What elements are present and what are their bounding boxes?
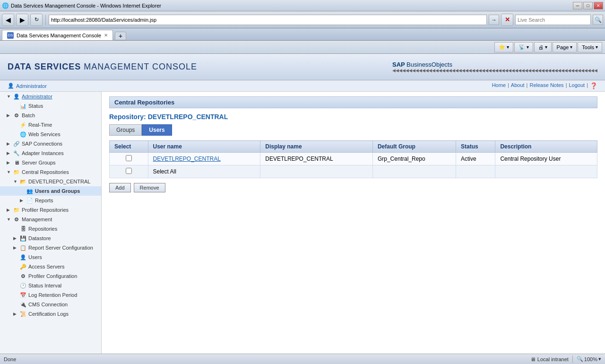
- user-name-link[interactable]: Administrator: [16, 83, 47, 89]
- feeds-button[interactable]: 📡 ▾: [514, 42, 533, 52]
- sidebar-item-batch[interactable]: ▶ ⚙ Batch: [0, 111, 101, 120]
- row-username[interactable]: DEVETLREPO_CENTRAL: [148, 153, 260, 165]
- select-all-checkbox[interactable]: [126, 168, 132, 174]
- empty4: [495, 165, 597, 178]
- sidebar-item-profiler-repositories[interactable]: ▶ 📁 Profiler Repositories: [0, 205, 101, 215]
- sidebar-item-realtime[interactable]: ⚡ Real-Time: [0, 120, 101, 130]
- sidebar-label-realtime: Real-Time: [28, 122, 52, 128]
- new-tab-button[interactable]: +: [115, 32, 126, 40]
- tab-close-icon[interactable]: ✕: [104, 33, 108, 38]
- sidebar-item-management[interactable]: ▼ ⚙ Management: [0, 215, 101, 224]
- sidebar-label-cms-connection: CMS Connection: [28, 302, 68, 307]
- row-checkbox-cell[interactable]: [110, 153, 148, 165]
- sidebar-item-adapter-instances[interactable]: ▶ 🔧 Adapter Instances: [0, 148, 101, 158]
- sidebar-item-server-groups[interactable]: ▶ 🖥 Server Groups: [0, 158, 101, 167]
- col-select: Select: [110, 141, 148, 153]
- stop-button[interactable]: ✕: [501, 14, 513, 26]
- sidebar-item-webservices[interactable]: 🌐 Web Services: [0, 130, 101, 139]
- status-zoom[interactable]: 🔍 100% ▾: [577, 356, 601, 362]
- sidebar-label-users-and-groups: Users and Groups: [35, 188, 80, 194]
- sidebar-item-certification-logs[interactable]: ▶ 📜 Certification Logs: [0, 309, 101, 319]
- sidebar-item-log-retention[interactable]: 📅 Log Retention Period: [0, 290, 101, 300]
- sidebar-item-status[interactable]: 📊 Status: [0, 101, 101, 111]
- about-link[interactable]: About: [511, 82, 525, 89]
- sidebar-item-users-mgmt[interactable]: 👤 Users: [0, 252, 101, 262]
- back-button[interactable]: ◀: [2, 14, 14, 26]
- help-icon[interactable]: ❓: [590, 82, 597, 89]
- sidebar-item-users-and-groups[interactable]: 👥 Users and Groups: [0, 186, 101, 196]
- sidebar-item-report-server-config[interactable]: ▶ 📋 Report Server Configuration: [0, 243, 101, 252]
- sidebar-label-batch: Batch: [22, 113, 35, 118]
- logout-link[interactable]: Logout: [569, 82, 585, 89]
- print-button[interactable]: 🖨 ▾: [534, 42, 552, 52]
- sidebar-item-datastore[interactable]: ▶ 💾 Datastore: [0, 234, 101, 243]
- users-mgmt-icon: 👤: [19, 253, 27, 261]
- minimize-button[interactable]: ─: [573, 2, 582, 9]
- sap-connections-icon: 🔗: [13, 140, 20, 147]
- sidebar-label-webservices: Web Services: [28, 131, 60, 137]
- select-all-label: Select All: [153, 168, 176, 175]
- certification-logs-icon: 📜: [19, 310, 27, 318]
- home-link[interactable]: Home: [492, 82, 506, 89]
- sidebar-item-cms-connection[interactable]: 🔌 CMS Connection: [0, 300, 101, 309]
- sep4: |: [587, 82, 588, 89]
- sidebar-item-sap-connections[interactable]: ▶ 🔗 SAP Connections: [0, 139, 101, 148]
- sidebar-item-profiler-config[interactable]: ⚙ Profiler Configuration: [0, 271, 101, 281]
- sidebar-item-central-repositories[interactable]: ▼ 📁 Central Repositories: [0, 167, 101, 177]
- sidebar-item-access-servers[interactable]: 🔑 Access Servers: [0, 262, 101, 271]
- user-bar: 👤 Administrator Home | About | Release N…: [0, 80, 605, 92]
- sidebar-item-status-interval[interactable]: 🕐 Status Interval: [0, 281, 101, 290]
- sidebar-label-log-retention: Log Retention Period: [28, 292, 77, 298]
- forward-button[interactable]: ▶: [16, 14, 28, 26]
- sep1: |: [508, 82, 509, 89]
- app-title: DATA SERVICES MANAGEMENT CONSOLE: [8, 62, 197, 72]
- tab-users[interactable]: Users: [142, 124, 172, 136]
- row-description: Central Repository User: [495, 153, 597, 165]
- realtime-icon: ⚡: [19, 121, 27, 129]
- table-row-select-all: Select All: [110, 165, 597, 178]
- browser-titlebar: 🌐 Data Services Management Console - Win…: [0, 0, 605, 11]
- expand-sg-icon: ▶: [7, 160, 11, 165]
- tab-groups[interactable]: Groups: [109, 124, 142, 136]
- repo-name: DEVETLREPO_CENTRAL: [148, 113, 228, 121]
- sep3: |: [566, 82, 567, 89]
- search-button[interactable]: 🔍: [593, 15, 603, 25]
- sidebar-item-administrator[interactable]: ▼ 👤 Administrator: [0, 92, 101, 101]
- sap-logo: SAP BusinessObjects ◀◀◀◀◀◀◀◀◀◀◀◀◀◀◀◀◀◀◀◀…: [392, 61, 597, 73]
- close-button[interactable]: ✕: [594, 2, 603, 9]
- log-retention-icon: 📅: [19, 291, 27, 299]
- sidebar-item-reports[interactable]: ▶ 📄 Reports: [0, 196, 101, 205]
- sidebar-label-users-mgmt: Users: [28, 254, 42, 260]
- status-right: 🖥 Local intranet 🔍 100% ▾: [530, 355, 601, 363]
- favorites-button[interactable]: ⭐ ▾: [494, 42, 513, 52]
- tab-label: Data Services Management Console: [17, 33, 101, 38]
- col-default-group: Default Group: [372, 141, 456, 153]
- sidebar-item-repositories[interactable]: 🗄 Repositories: [0, 224, 101, 234]
- add-button[interactable]: Add: [109, 183, 131, 192]
- tab-users-label: Users: [149, 127, 164, 133]
- maximize-button[interactable]: □: [583, 2, 593, 9]
- tools-button[interactable]: Tools ▾: [578, 42, 602, 52]
- select-all-checkbox-cell[interactable]: [110, 165, 148, 178]
- status-icon: 📊: [19, 102, 27, 110]
- active-tab[interactable]: DS Data Services Management Console ✕: [2, 30, 113, 40]
- col-status: Status: [456, 141, 495, 153]
- search-input[interactable]: [515, 15, 591, 25]
- page-button[interactable]: Page ▾: [553, 42, 577, 52]
- go-button[interactable]: →: [489, 15, 499, 25]
- row-checkbox[interactable]: [126, 155, 132, 161]
- refresh-button[interactable]: ↻: [30, 14, 43, 26]
- tab-bar: Groups Users: [109, 124, 597, 136]
- remove-button[interactable]: Remove: [134, 183, 165, 192]
- expand-icon: ▼: [7, 94, 11, 99]
- admin-icon: 👤: [13, 93, 20, 100]
- release-notes-link[interactable]: Release Notes: [529, 82, 563, 89]
- zone-text: Local intranet: [537, 356, 569, 362]
- address-bar[interactable]: [49, 15, 487, 25]
- header-nav-links: Home | About | Release Notes | Logout | …: [492, 82, 597, 89]
- expand-sap-icon: ▶: [7, 141, 11, 146]
- sidebar-label-status-interval: Status Interval: [28, 283, 61, 288]
- row-default-group: Grp_Central_Repo: [372, 153, 456, 165]
- sidebar-item-devetlrepo[interactable]: ▼ 📂 DEVETLREPO_CENTRAL: [0, 177, 101, 186]
- empty3: [456, 165, 495, 178]
